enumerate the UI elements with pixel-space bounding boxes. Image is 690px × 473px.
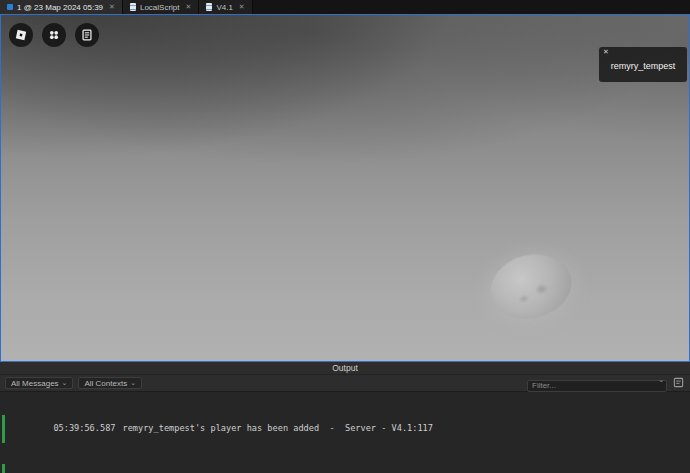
tab-playtest-session[interactable]: 1 @ 23 Мар 2024 05:39 ✕	[0, 0, 123, 14]
player-name-label: remyry_tempest	[599, 61, 687, 71]
tab-v41-script[interactable]: V4.1 ✕	[199, 0, 252, 14]
all-contexts-label: All Contexts	[84, 379, 127, 388]
close-tab-icon[interactable]: ✕	[186, 3, 192, 11]
tab-label: LocalScript	[140, 3, 180, 12]
log-message: remyry_tempest's player has been added -…	[123, 423, 433, 433]
chat-button[interactable]	[75, 23, 99, 47]
ingame-topbar	[9, 23, 99, 47]
notepad-icon	[673, 374, 684, 392]
session-icon	[7, 4, 13, 10]
script-icon	[130, 3, 136, 11]
tab-label: V4.1	[216, 3, 232, 12]
chevron-down-icon: ⌄	[130, 380, 136, 386]
output-log[interactable]: 05:39:56.587remyry_tempest's player has …	[0, 392, 690, 473]
tab-label: 1 @ 23 Мар 2024 05:39	[17, 3, 103, 12]
command-bar-button[interactable]	[672, 377, 685, 390]
roblox-menu-button[interactable]	[9, 23, 33, 47]
all-contexts-dropdown[interactable]: All Contexts ⌄	[78, 377, 142, 389]
chevron-down-icon[interactable]: ⌄	[658, 376, 664, 384]
output-toolbar: All Messages ⌄ All Contexts ⌄ ⌄	[0, 375, 690, 392]
game-viewport[interactable]: ✕ remyry_tempest	[0, 14, 690, 362]
player-list: ✕ remyry_tempest	[599, 47, 687, 82]
close-tab-icon[interactable]: ✕	[109, 3, 115, 11]
tab-localscript[interactable]: LocalScript ✕	[123, 0, 199, 14]
emotes-icon	[47, 28, 61, 42]
close-icon[interactable]: ✕	[603, 48, 609, 56]
log-line: 05:39:57.787Loaded - Server - V4.1:41	[0, 464, 690, 473]
document-tabbar: 1 @ 23 Мар 2024 05:39 ✕ LocalScript ✕ V4…	[0, 0, 690, 14]
script-icon	[206, 3, 212, 11]
filter-field-wrap: ⌄	[527, 374, 667, 392]
output-panel-title: Output	[332, 363, 358, 373]
all-messages-label: All Messages	[11, 379, 59, 388]
log-line: 05:39:56.587remyry_tempest's player has …	[0, 415, 690, 444]
log-timestamp: 05:39:56.587	[53, 423, 115, 433]
chevron-down-icon: ⌄	[62, 380, 68, 386]
moon	[484, 246, 579, 327]
roblox-studio-window: 1 @ 23 Мар 2024 05:39 ✕ LocalScript ✕ V4…	[0, 0, 690, 473]
all-messages-dropdown[interactable]: All Messages ⌄	[5, 377, 73, 389]
document-lines-icon	[80, 28, 94, 42]
filter-input[interactable]	[527, 380, 667, 392]
close-tab-icon[interactable]: ✕	[239, 3, 245, 11]
emotes-button[interactable]	[42, 23, 66, 47]
output-panel: Output All Messages ⌄ All Contexts ⌄ ⌄	[0, 362, 690, 473]
roblox-logo-icon	[14, 28, 28, 42]
